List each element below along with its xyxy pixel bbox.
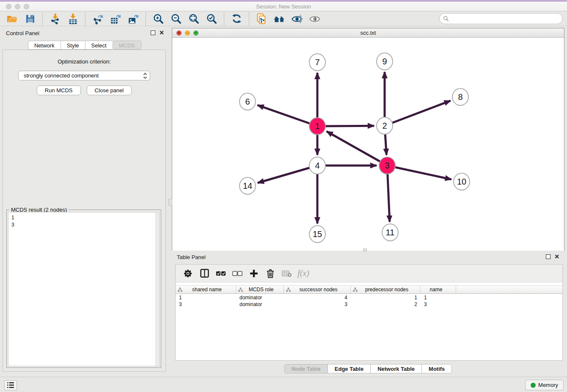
- zoom-in-icon[interactable]: [152, 13, 165, 25]
- column-header-shared-name[interactable]: shared name: [176, 286, 236, 293]
- table-header-row: shared nameMCDS rolesuccessor nodesprede…: [176, 285, 562, 294]
- table-cell[interactable]: 3: [284, 301, 351, 308]
- new-network-from-selection-icon[interactable]: [255, 13, 268, 25]
- gear-icon[interactable]: [181, 267, 195, 280]
- import-table-icon[interactable]: [66, 13, 79, 25]
- graph-node-15[interactable]: 15: [309, 225, 326, 243]
- column-layout-icon[interactable]: [197, 267, 212, 280]
- save-icon[interactable]: [24, 13, 36, 25]
- result-scrollbar[interactable]: [155, 213, 159, 366]
- graph-edge[interactable]: [385, 101, 451, 126]
- column-header-successor-nodes[interactable]: successor nodes: [284, 286, 351, 293]
- toolbar-separator: [146, 12, 146, 26]
- tab-edge-table[interactable]: Edge Table: [328, 364, 370, 373]
- delete-column-icon[interactable]: [263, 267, 278, 280]
- deselect-all-icon[interactable]: [230, 267, 245, 280]
- horizontal-splitter-handle[interactable]: [363, 248, 367, 251]
- optimization-criterion-dropdown[interactable]: strongly connected component: [18, 71, 150, 80]
- table-cell[interactable]: 1: [421, 294, 456, 301]
- graph-edge[interactable]: [258, 166, 317, 183]
- table-cell[interactable]: 3: [176, 301, 236, 308]
- table-row[interactable]: 3dominator323: [176, 301, 562, 308]
- window-title: Session: New Session: [0, 3, 567, 10]
- import-network-icon[interactable]: [49, 13, 61, 25]
- graph-node-10[interactable]: 10: [453, 173, 470, 190]
- refresh-icon[interactable]: [230, 13, 243, 25]
- table-cell[interactable]: dominator: [236, 301, 284, 308]
- tab-network[interactable]: Network: [28, 41, 61, 50]
- graph-node-7[interactable]: 7: [309, 53, 326, 71]
- table-cell[interactable]: 3: [421, 301, 456, 308]
- select-all-icon[interactable]: [214, 267, 228, 280]
- run-mcds-button[interactable]: Run MCDS: [37, 86, 81, 95]
- control-panel: Control Panel ✕ Network Style Select MCD…: [0, 28, 169, 376]
- memory-status-icon: [531, 383, 536, 388]
- zoom-selected-icon[interactable]: [205, 13, 218, 25]
- function-builder-icon: f(x): [296, 267, 311, 280]
- graph-node-11[interactable]: 11: [382, 224, 399, 241]
- table-cell[interactable]: 1: [351, 294, 421, 301]
- table-cell[interactable]: 2: [351, 301, 421, 308]
- network-canvas[interactable]: 7968124314101511: [172, 38, 564, 251]
- zoom-fit-icon[interactable]: [187, 13, 200, 25]
- mcds-result-list[interactable]: 1 3: [8, 212, 160, 366]
- zoom-out-icon[interactable]: [170, 13, 182, 25]
- table-cell[interactable]: 4: [284, 294, 351, 301]
- export-network-icon[interactable]: [91, 13, 104, 25]
- control-panel-title: Control Panel: [6, 30, 39, 36]
- graph-node-2[interactable]: 2: [376, 117, 393, 135]
- column-header-predecessor-nodes[interactable]: predecessor nodes: [351, 286, 421, 293]
- panel-splitter-handle[interactable]: [168, 199, 172, 206]
- close-table-panel-icon[interactable]: ✕: [554, 254, 559, 259]
- column-header-MCDS-role[interactable]: MCDS role: [236, 286, 284, 293]
- tab-node-table[interactable]: Node Table: [284, 364, 328, 373]
- graph-node-4[interactable]: 4: [309, 157, 326, 174]
- search-input[interactable]: [451, 16, 562, 22]
- graph-edge[interactable]: [258, 105, 317, 126]
- optimization-criterion-label: Optimization criterion:: [3, 58, 165, 65]
- graph-node-14[interactable]: 14: [239, 177, 256, 195]
- memory-button[interactable]: Memory: [525, 380, 564, 390]
- graph-node-3[interactable]: 3: [379, 157, 396, 174]
- network-view-window: ✕ − + scc.txt 7968124314101511: [172, 28, 564, 251]
- export-image-icon[interactable]: [127, 13, 140, 25]
- float-panel-icon[interactable]: [151, 30, 155, 35]
- tab-mcds[interactable]: MCDS: [113, 41, 141, 50]
- tab-select[interactable]: Select: [85, 41, 113, 50]
- close-panel-button[interactable]: Close panel: [87, 86, 132, 95]
- add-column-icon[interactable]: [247, 267, 261, 280]
- result-line: 1: [11, 214, 159, 221]
- task-history-button[interactable]: [4, 380, 17, 390]
- tab-motifs[interactable]: Motifs: [421, 364, 452, 373]
- graph-node-9[interactable]: 9: [376, 52, 393, 70]
- toolbar-separator: [249, 12, 249, 26]
- mcds-panel-body: Optimization criterion: strongly connect…: [3, 50, 166, 372]
- tab-style[interactable]: Style: [61, 41, 85, 50]
- memory-label: Memory: [538, 382, 558, 388]
- graph-node-8[interactable]: 8: [452, 88, 469, 106]
- network-window-titlebar[interactable]: ✕ − + scc.txt: [172, 28, 564, 38]
- close-panel-icon[interactable]: ✕: [159, 30, 164, 35]
- table-cell[interactable]: dominator: [236, 294, 284, 301]
- column-header-name[interactable]: name: [421, 286, 456, 293]
- search-field[interactable]: [439, 13, 563, 24]
- main-toolbar: [0, 12, 567, 26]
- first-neighbors-icon[interactable]: [273, 13, 286, 25]
- graph-edge[interactable]: [317, 126, 374, 126]
- table-cell[interactable]: 1: [176, 294, 236, 301]
- status-bar: Memory: [0, 377, 567, 392]
- float-table-panel-icon[interactable]: [546, 254, 550, 259]
- graph-node-6[interactable]: 6: [239, 93, 256, 110]
- list-icon: [7, 382, 14, 389]
- open-folder-icon[interactable]: [6, 13, 19, 25]
- graph-edge[interactable]: [327, 131, 387, 166]
- tab-network-table[interactable]: Network Table: [370, 364, 421, 373]
- table-tabs: Node Table Edge Table Network Table Moti…: [172, 364, 564, 373]
- hide-selected-icon[interactable]: [291, 13, 303, 25]
- table-row[interactable]: 1dominator411: [176, 294, 562, 301]
- graph-edge[interactable]: [387, 166, 451, 179]
- mcds-result-box: MCDS result (2 nodes) 1 3: [6, 210, 161, 368]
- export-table-icon[interactable]: [109, 13, 122, 25]
- graph-node-1[interactable]: 1: [309, 117, 326, 135]
- titlebar: Session: New Session: [0, 2, 567, 11]
